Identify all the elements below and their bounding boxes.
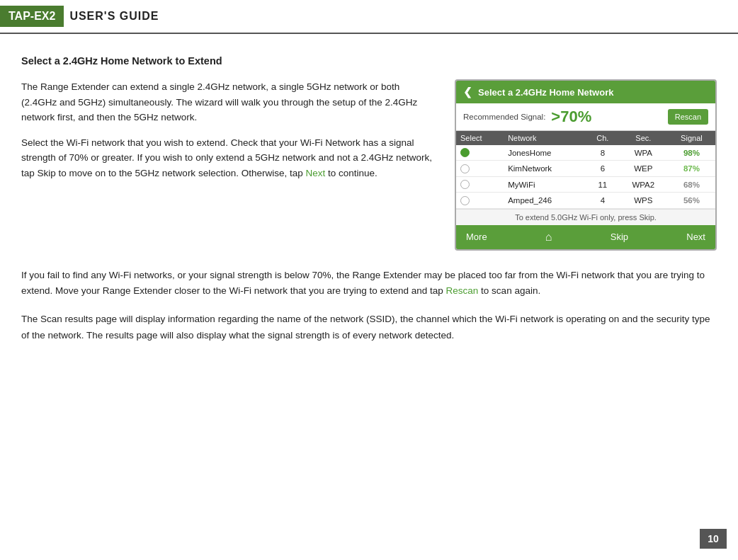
next-link[interactable]: Next <box>305 168 325 178</box>
network-name-cell: KimNetwork <box>504 161 586 176</box>
security-cell: WPA2 <box>619 176 668 192</box>
device-header: ❮ Select a 2.4GHz Home Network <box>456 81 715 103</box>
table-header-row: Select Network Ch. Sec. Signal <box>456 131 715 145</box>
network-name-cell: JonesHome <box>504 145 586 161</box>
page-header: TAP-EX2 USER'S GUIDE <box>0 0 738 34</box>
guide-title: USER'S GUIDE <box>69 10 159 23</box>
instruction-paragraph: Select the Wi-Fi network that you wish t… <box>21 135 433 181</box>
home-icon[interactable]: ⌂ <box>545 231 552 244</box>
rescan-para-after: to scan again. <box>478 285 540 296</box>
intro-paragraph: The Range Extender can extend a single 2… <box>21 79 433 125</box>
instruction-text-after: to continue. <box>325 168 377 178</box>
col-network: Network <box>504 131 586 145</box>
skip-note: To extend 5.0GHz Wi-Fi only, press Skip. <box>456 209 715 225</box>
security-cell: WPA <box>619 145 668 161</box>
security-cell: WPS <box>619 193 668 208</box>
network-name-cell: MyWiFi <box>504 176 586 192</box>
table-row[interactable]: Amped_2464WPS56% <box>456 193 715 208</box>
radio-unselected-icon[interactable] <box>460 196 470 205</box>
select-cell[interactable] <box>456 145 504 161</box>
two-column-layout: The Range Extender can extend a single 2… <box>21 79 717 251</box>
device-screen-title: Select a 2.4GHz Home Network <box>478 87 613 98</box>
left-column: The Range Extender can extend a single 2… <box>21 79 433 251</box>
next-button[interactable]: Next <box>686 232 705 242</box>
rescan-button[interactable]: Rescan <box>668 109 708 125</box>
rescan-paragraph: If you fail to find any Wi-Fi networks, … <box>21 268 717 299</box>
page-number: 10 <box>700 529 727 549</box>
channel-cell: 4 <box>586 193 619 208</box>
col-ch: Ch. <box>586 131 619 145</box>
signal-cell: 98% <box>668 145 715 161</box>
section-title: Select a 2.4GHz Home Network to Extend <box>21 55 717 67</box>
signal-cell: 56% <box>668 193 715 208</box>
skip-button[interactable]: Skip <box>611 232 628 242</box>
device-screen: ❮ Select a 2.4GHz Home Network Recommend… <box>455 79 717 251</box>
col-sec: Sec. <box>619 131 668 145</box>
device-ui-mockup: ❮ Select a 2.4GHz Home Network Recommend… <box>455 79 717 251</box>
radio-unselected-icon[interactable] <box>460 164 470 173</box>
signal-label-group: Recommended Signal: >70% <box>463 108 668 126</box>
channel-cell: 11 <box>586 176 619 192</box>
select-cell[interactable] <box>456 161 504 176</box>
table-row[interactable]: MyWiFi11WPA268% <box>456 176 715 192</box>
device-footer: More ⌂ Skip Next <box>456 225 715 249</box>
select-cell[interactable] <box>456 193 504 208</box>
table-row[interactable]: KimNetwork6WEP87% <box>456 161 715 176</box>
main-content: Select a 2.4GHz Home Network to Extend T… <box>0 48 738 363</box>
network-table-body: JonesHome8WPA98%KimNetwork6WEP87%MyWiFi1… <box>456 145 715 208</box>
signal-label: Recommended Signal: <box>463 113 545 121</box>
network-name-cell: Amped_246 <box>504 193 586 208</box>
rescan-para-before: If you fail to find any Wi-Fi networks, … <box>21 270 705 296</box>
brand-label: TAP-EX2 <box>0 6 64 27</box>
radio-unselected-icon[interactable] <box>460 180 470 189</box>
signal-cell: 68% <box>668 176 715 192</box>
rescan-link[interactable]: Rescan <box>446 285 479 296</box>
back-arrow-icon[interactable]: ❮ <box>463 86 472 98</box>
scan-results-paragraph: The Scan results page will display infor… <box>21 312 717 343</box>
radio-selected-icon[interactable] <box>460 148 470 157</box>
col-signal: Signal <box>668 131 715 145</box>
table-row[interactable]: JonesHome8WPA98% <box>456 145 715 161</box>
security-cell: WEP <box>619 161 668 176</box>
channel-cell: 8 <box>586 145 619 161</box>
select-cell[interactable] <box>456 176 504 192</box>
signal-cell: 87% <box>668 161 715 176</box>
network-table: Select Network Ch. Sec. Signal JonesHome… <box>456 131 715 209</box>
signal-row: Recommended Signal: >70% Rescan <box>456 103 715 131</box>
col-select: Select <box>456 131 504 145</box>
more-button[interactable]: More <box>466 232 487 242</box>
signal-value: >70% <box>551 108 591 126</box>
channel-cell: 6 <box>586 161 619 176</box>
